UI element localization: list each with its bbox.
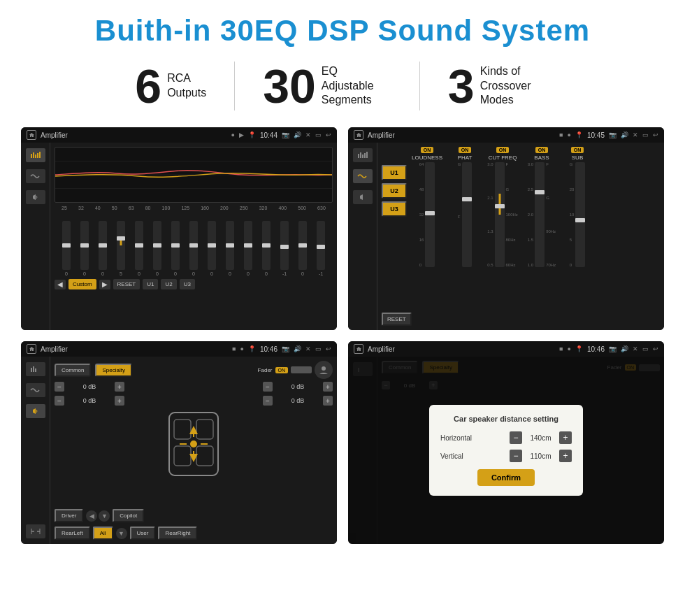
vertical-plus-button[interactable]: + <box>559 450 572 462</box>
eq-slider-14[interactable]: -1 <box>317 221 325 276</box>
eq-slider-1[interactable]: 0 <box>80 221 89 276</box>
eq-slider-13[interactable]: 0 <box>298 221 307 276</box>
dialog-screen: Amplifier ■ ● 📍 10:46 📷 🔊 ✕ ▭ ↩ <box>348 341 664 544</box>
db-minus-4[interactable]: − <box>263 396 273 406</box>
speaker-sidebar-wave-icon[interactable] <box>26 383 45 397</box>
all-button[interactable]: All <box>93 527 113 540</box>
dialog-dot-icon: ● <box>568 345 571 352</box>
channel-sub: ON SUB G201050 <box>563 147 591 267</box>
eq-custom-button[interactable]: Custom <box>68 279 96 289</box>
eq-slider-11[interactable]: 0 <box>262 221 271 276</box>
down-arrow[interactable]: ▼ <box>116 528 127 539</box>
confirm-button[interactable]: Confirm <box>477 469 535 486</box>
stat-crossover-number: 3 <box>448 62 475 110</box>
db-val-3: 0 dB <box>275 383 321 390</box>
user-button[interactable]: User <box>130 527 156 540</box>
vertical-row: Vertical − 110cm + <box>440 450 572 462</box>
copilot-button[interactable]: Copilot <box>113 509 144 522</box>
rearright-button[interactable]: RearRight <box>158 527 197 540</box>
home-icon <box>27 130 36 140</box>
eq-slider-10[interactable]: 0 <box>244 221 252 276</box>
svg-rect-0 <box>31 154 32 158</box>
eq-u3-button[interactable]: U3 <box>180 279 195 289</box>
eq-slider-2[interactable]: 0 <box>99 221 107 276</box>
speaker-nav: ◀ ▼ <box>86 510 110 522</box>
speaker-tab-row: Common Specialty Fader ON <box>55 361 333 379</box>
crossover-u3-button[interactable]: U3 <box>382 201 407 217</box>
eq-content: 25 32 40 50 63 80 100 125 160 200 250 32… <box>21 143 337 330</box>
db-plus-3[interactable]: + <box>323 382 333 392</box>
horizontal-label: Horizontal <box>440 434 482 442</box>
eq-main-panel: 25 32 40 50 63 80 100 125 160 200 250 32… <box>50 143 337 330</box>
distance-dialog: Car speaker distance setting Horizontal … <box>429 405 583 496</box>
eq-slider-4[interactable]: 0 <box>135 221 143 276</box>
eq-back-icon: ↩ <box>326 131 331 138</box>
svg-rect-13 <box>366 152 368 158</box>
eq-reset-button[interactable]: RESET <box>113 279 140 289</box>
channel-loudness: ON LOUDNESS 644832160 <box>410 147 445 267</box>
eq-vol-icon: 🔊 <box>294 131 301 138</box>
vertical-label: Vertical <box>440 452 482 460</box>
svg-rect-10 <box>360 152 361 158</box>
stat-eq: 30 EQ AdjustableSegments <box>235 62 419 110</box>
crossover-camera-icon: 📷 <box>609 131 616 138</box>
eq-slider-3[interactable]: 5 <box>117 221 125 276</box>
next-arrow[interactable]: ▼ <box>99 510 110 522</box>
screenshots-grid: Amplifier ● ▶ 📍 10:44 📷 🔊 ✕ ▭ ↩ <box>21 127 664 544</box>
db-minus-3[interactable]: − <box>263 382 273 392</box>
eq-next-button[interactable]: ▶ <box>99 280 110 289</box>
crossover-u1-button[interactable]: U1 <box>382 165 407 180</box>
db-plus-2[interactable]: + <box>115 396 124 406</box>
tab-specialty-button[interactable]: Specialty <box>95 364 131 377</box>
stat-rca-number: 6 <box>135 62 161 110</box>
crossover-x-icon: ✕ <box>633 131 638 138</box>
speaker-home-icon <box>27 344 36 354</box>
crossover-sidebar-eq-icon[interactable] <box>353 148 373 162</box>
rearleft-button[interactable]: RearLeft <box>55 527 90 540</box>
crossover-sidebar-wave-icon[interactable] <box>353 169 373 183</box>
eq-sidebar-eq-icon[interactable] <box>26 148 45 162</box>
eq-slider-12[interactable]: -1 <box>280 221 289 276</box>
eq-slider-9[interactable]: 0 <box>226 221 234 276</box>
db-plus-1[interactable]: + <box>115 382 124 392</box>
db-minus-2[interactable]: − <box>55 396 64 406</box>
speaker-sidebar-eq-icon[interactable] <box>26 362 45 376</box>
vertical-minus-button[interactable]: − <box>510 450 522 462</box>
eq-u1-button[interactable]: U1 <box>143 279 158 289</box>
fader-slider[interactable] <box>291 366 312 373</box>
eq-slider-6[interactable]: 0 <box>171 221 180 276</box>
eq-slider-5[interactable]: 0 <box>153 221 161 276</box>
driver-button[interactable]: Driver <box>55 509 83 522</box>
tab-common-button[interactable]: Common <box>55 364 91 377</box>
horizontal-plus-button[interactable]: + <box>559 431 572 444</box>
eq-slider-7[interactable]: 0 <box>189 221 198 276</box>
crossover-sidebar-speaker-icon[interactable] <box>353 190 373 204</box>
fader-area: Fader ON <box>258 361 333 379</box>
db-val-1: 0 dB <box>66 383 113 390</box>
eq-dot-icon: ● <box>231 131 235 138</box>
speaker-sidebar <box>21 357 50 544</box>
eq-slider-8[interactable]: 0 <box>208 221 216 276</box>
svg-rect-2 <box>35 155 36 158</box>
fader-on-badge: ON <box>275 367 289 373</box>
crossover-home-icon <box>354 130 363 140</box>
crossover-main-panel: U1 U2 U3 RESET ON LOUDNESS <box>377 143 664 330</box>
eq-sidebar-speaker-icon[interactable] <box>26 190 45 204</box>
crossover-u2-button[interactable]: U2 <box>382 183 407 199</box>
eq-prev-button[interactable]: ◀ <box>55 280 66 289</box>
speaker-time: 10:46 <box>260 345 277 353</box>
eq-sidebar <box>21 143 50 330</box>
db-minus-1[interactable]: − <box>55 382 64 392</box>
crossover-rect-icon: ▭ <box>642 131 649 138</box>
eq-sidebar-wave-icon[interactable] <box>26 169 45 183</box>
prev-arrow[interactable]: ◀ <box>86 510 97 522</box>
eq-slider-0[interactable]: 0 <box>62 221 71 276</box>
speaker-sidebar-speaker-icon[interactable] <box>26 404 45 418</box>
crossover-dot-icon: ● <box>568 131 571 138</box>
crossover-reset-button[interactable]: RESET <box>382 313 412 326</box>
db-plus-4[interactable]: + <box>323 396 333 406</box>
horizontal-minus-button[interactable]: − <box>510 431 522 444</box>
speaker-sidebar-expand-icon[interactable] <box>26 524 45 538</box>
crossover-screen: Amplifier ■ ● 📍 10:45 📷 🔊 ✕ ▭ ↩ <box>348 127 664 330</box>
eq-u2-button[interactable]: U2 <box>161 279 176 289</box>
